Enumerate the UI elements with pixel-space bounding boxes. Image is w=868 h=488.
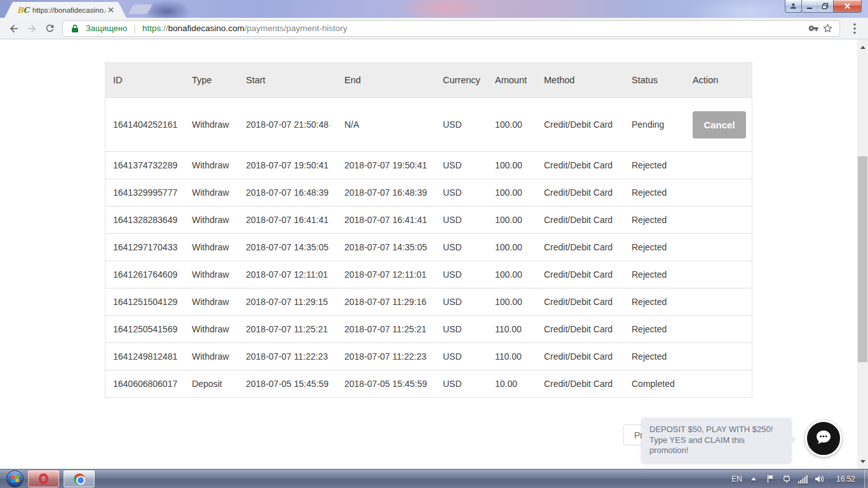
reload-button[interactable]	[41, 20, 58, 37]
tab-title: https://bonafidecasino.co	[32, 6, 106, 14]
scrollbar[interactable]	[857, 39, 868, 469]
page-content: ID Type Start End Currency Amount Method…	[0, 39, 857, 469]
cell-amount: 100.00	[495, 187, 544, 198]
header-end: End	[344, 75, 443, 85]
screen: BC https://bonafidecasino.co	[0, 0, 868, 488]
close-button[interactable]	[833, 0, 862, 13]
cell-type: Withdraw	[192, 215, 246, 225]
cell-currency: USD	[443, 324, 495, 334]
url-divider: |	[133, 24, 136, 34]
cell-currency: USD	[443, 215, 495, 225]
cell-id: 1641297170433	[105, 242, 192, 252]
cell-amount: 100.00	[495, 269, 544, 280]
cell-amount: 100.00	[495, 297, 544, 307]
cell-method: Credit/Debit Card	[544, 119, 632, 130]
cell-end: 2018-07-07 11:22:23	[344, 351, 443, 362]
power-plug-icon[interactable]	[782, 474, 792, 484]
live-chat-button[interactable]	[805, 420, 842, 457]
cell-end: 2018-07-05 15:45:59	[344, 379, 443, 389]
cell-end: 2018-07-07 16:48:39	[344, 187, 443, 198]
scrollbar-thumb[interactable]	[858, 156, 867, 362]
maximize-button[interactable]	[817, 0, 833, 13]
volume-speaker-icon[interactable]	[815, 474, 825, 484]
cell-method: Credit/Debit Card	[544, 379, 632, 389]
cell-status: Rejected	[632, 297, 693, 307]
header-action: Action	[693, 75, 752, 85]
taskbar-chrome-button[interactable]	[64, 470, 95, 487]
cell-end: 2018-07-07 11:25:21	[344, 324, 443, 334]
cell-status: Pending	[632, 119, 693, 130]
header-type: Type	[192, 75, 246, 85]
table-row: 1641374732289 Withdraw 2018-07-07 19:50:…	[105, 151, 752, 179]
cell-status: Rejected	[632, 269, 693, 280]
cell-id: 1641251504129	[105, 297, 192, 307]
browser-menu-icon[interactable]	[845, 20, 864, 37]
language-indicator[interactable]: EN	[731, 475, 742, 484]
forward-button[interactable]	[23, 20, 41, 37]
cell-end: 2018-07-07 19:50:41	[344, 160, 443, 170]
cell-start: 2018-07-07 16:48:39	[246, 187, 344, 198]
cell-method: Credit/Debit Card	[544, 351, 632, 362]
cell-start: 2018-07-05 15:45:59	[246, 379, 344, 389]
cell-start: 2018-07-07 11:29:15	[246, 297, 344, 307]
table-row: 1641297170433 Withdraw 2018-07-07 14:35:…	[105, 233, 752, 261]
table-row: 1641329995777 Withdraw 2018-07-07 16:48:…	[105, 179, 752, 206]
address-bar[interactable]: Защищено | https://bonafidecasino.com/pa…	[62, 20, 840, 37]
cell-currency: USD	[443, 297, 495, 307]
site-favicon-icon: BC	[17, 6, 29, 15]
cell-amount: 100.00	[495, 119, 544, 130]
cell-status: Rejected	[632, 351, 693, 362]
scrollbar-up-icon[interactable]	[857, 42, 868, 52]
chrome-icon	[74, 473, 85, 485]
hidden-icons-arrow-icon[interactable]	[749, 474, 759, 484]
cell-type: Withdraw	[192, 119, 246, 130]
bookmark-star-icon[interactable]	[820, 22, 834, 36]
cell-method: Credit/Debit Card	[544, 242, 632, 252]
back-button[interactable]	[5, 20, 23, 37]
cell-start: 2018-07-07 14:35:05	[246, 242, 344, 252]
cell-amount: 10.00	[495, 379, 544, 389]
cell-type: Withdraw	[192, 242, 246, 252]
cell-amount: 100.00	[495, 160, 544, 170]
cell-type: Withdraw	[192, 160, 246, 170]
minimize-button[interactable]	[801, 0, 817, 13]
cell-amount: 110.00	[495, 324, 544, 334]
new-tab-button[interactable]	[128, 4, 153, 14]
padlock-icon[interactable]	[68, 22, 82, 36]
cell-status: Rejected	[632, 215, 693, 225]
browser-tab[interactable]: BC https://bonafidecasino.co	[4, 2, 126, 18]
taskbar-opera-button[interactable]	[28, 470, 59, 487]
cell-type: Withdraw	[192, 297, 246, 307]
table-row: 1641251504129 Withdraw 2018-07-07 11:29:…	[105, 288, 752, 315]
scrollbar-down-icon[interactable]	[857, 456, 868, 466]
cell-method: Credit/Debit Card	[544, 215, 632, 225]
cell-type: Withdraw	[192, 269, 246, 280]
network-signal-icon[interactable]	[798, 474, 808, 484]
cell-id: 1641250541569	[105, 324, 192, 334]
cell-start: 2018-07-07 11:22:23	[246, 351, 344, 362]
url-text[interactable]: https://bonafidecasino.com/payments/paym…	[142, 24, 806, 33]
cell-start: 2018-07-07 12:11:01	[246, 269, 344, 280]
tab-strip: BC https://bonafidecasino.co	[0, 0, 868, 18]
taskbar: EN 16:52	[0, 469, 868, 488]
table-row: 1641404252161 Withdraw 2018-07-07 21:50:…	[105, 97, 752, 151]
password-key-icon[interactable]	[806, 22, 820, 36]
cell-id: 1641328283649	[105, 215, 192, 225]
taskbar-clock[interactable]: 16:52	[836, 475, 855, 484]
tab-close-icon[interactable]	[106, 6, 115, 15]
show-desktop-button[interactable]	[864, 470, 868, 488]
start-button[interactable]	[6, 470, 24, 487]
cell-id: 1641404252161	[105, 119, 192, 130]
cell-id: 1641329995777	[105, 187, 192, 198]
cell-currency: USD	[443, 242, 495, 252]
cell-currency: USD	[443, 119, 495, 130]
table-row: 1640606806017 Deposit 2018-07-05 15:45:5…	[105, 370, 752, 397]
table-row: 1641250541569 Withdraw 2018-07-07 11:25:…	[105, 315, 752, 342]
cell-amount: 100.00	[495, 242, 544, 252]
cancel-button[interactable]: Cancel	[693, 111, 746, 139]
cell-id: 1640606806017	[105, 379, 192, 389]
action-center-flag-icon[interactable]	[765, 474, 775, 484]
profile-button[interactable]	[785, 0, 802, 13]
table-body: 1641404252161 Withdraw 2018-07-07 21:50:…	[105, 97, 752, 397]
cell-amount: 100.00	[495, 215, 544, 225]
